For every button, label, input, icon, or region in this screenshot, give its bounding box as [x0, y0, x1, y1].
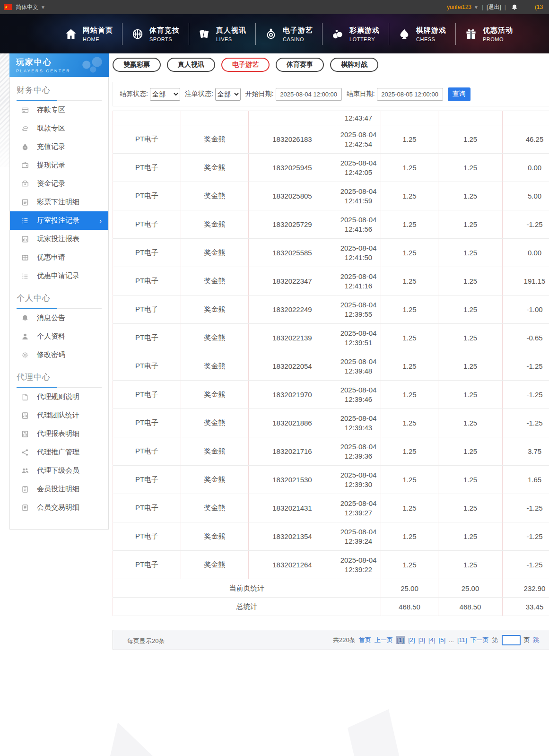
settle-status-select[interactable]: 全部: [150, 88, 180, 101]
sidebar-item[interactable]: 存款专区: [17, 101, 102, 119]
sidebar-item[interactable]: 提现记录: [17, 156, 102, 174]
cell-time: 12:39:46: [336, 395, 381, 404]
sidebar-item[interactable]: 代理下级会员: [17, 461, 102, 480]
logout-button[interactable]: [退出]: [487, 3, 501, 11]
per-page-label: 每页显示20条: [127, 637, 165, 645]
doc-list-icon: [21, 504, 29, 512]
nav-item-labels: 优惠活动PROMO: [483, 26, 513, 42]
cell-bet-amount: 1.25: [381, 210, 438, 239]
cell-game-name: 奖金熊: [181, 210, 249, 239]
sidebar-item[interactable]: 消息公告: [17, 309, 102, 327]
cell-game-type: PT电子: [113, 267, 181, 295]
sidebar-item-label: 充值记录: [37, 142, 65, 151]
end-date-input[interactable]: [377, 88, 443, 101]
nav-item-casino[interactable]: 电子游艺CASINO: [256, 26, 322, 42]
nav-item-labels: 真人视讯LIVES: [216, 26, 246, 42]
nav-item-promo[interactable]: 优惠活动PROMO: [456, 26, 522, 42]
username-menu[interactable]: yunfei123: [447, 4, 471, 10]
cell-valid-bet: 1.25: [438, 125, 503, 154]
cell-datetime: 2025-08-0412:39:24: [336, 522, 381, 551]
nav-item-lottery[interactable]: 彩票游戏LOTTERY: [322, 26, 389, 42]
page-link[interactable]: [4]: [428, 636, 435, 643]
total-count-label: 共220条: [333, 636, 356, 644]
sidebar-item-label: 会员投注明细: [37, 485, 79, 494]
promo-ticket-icon: [21, 253, 29, 261]
nav-item-lives[interactable]: 真人视讯LIVES: [189, 26, 255, 42]
cell-bet-amount: 1.25: [381, 437, 438, 466]
sidebar-section: 代理中心代理规则说明代理团队统计代理报表明细代理推广管理代理下级会员会员投注明细…: [10, 372, 108, 517]
sidebar-item[interactable]: 会员交易明细: [17, 498, 102, 517]
sidebar-item[interactable]: 充值记录: [17, 138, 102, 156]
cell-game-name: 奖金熊: [181, 551, 249, 579]
cell-win-loss: -1.25: [503, 551, 549, 579]
notification-bell-icon[interactable]: [511, 4, 518, 11]
sidebar-item[interactable]: 代理报表明细: [17, 425, 102, 443]
nav-item-home[interactable]: 网站首页HOME: [56, 26, 122, 42]
category-tabs: 雙赢彩票真人视讯电子游艺体育赛事棋牌对战: [113, 58, 549, 72]
sidebar-item[interactable]: 代理规则说明: [17, 388, 102, 406]
tab-真人视讯[interactable]: 真人视讯: [167, 58, 215, 72]
sidebar-item[interactable]: 玩家投注报表: [17, 230, 102, 248]
jump-button[interactable]: 跳: [533, 636, 540, 644]
sidebar-item[interactable]: 厅室投注记录›: [10, 211, 108, 230]
tab-雙赢彩票[interactable]: 雙赢彩票: [113, 58, 161, 72]
sidebar-item[interactable]: 取款专区: [17, 119, 102, 138]
cell-game-type: PT电子: [113, 125, 181, 154]
cell-order-no: 1832021886: [249, 409, 336, 437]
order-status-select[interactable]: 全部: [215, 88, 241, 101]
cell-game-type: PT电子: [113, 437, 181, 466]
search-button[interactable]: 查询: [448, 87, 471, 101]
sidebar-item[interactable]: 彩票下注明细: [17, 193, 102, 211]
sidebar-item[interactable]: 修改密码: [17, 346, 102, 364]
page-link[interactable]: [2]: [408, 636, 415, 643]
table-row: PT电子奖金熊18320222492025-08-0412:39:551.251…: [113, 295, 549, 324]
chevron-right-icon: ›: [99, 217, 102, 225]
sidebar-item-label: 优惠申请记录: [37, 271, 79, 280]
table-row: PT电子奖金熊18320217162025-08-0412:39:361.251…: [113, 437, 549, 466]
summary-valid: 25.00: [438, 579, 503, 598]
cell-datetime: 2025-08-0412:42:05: [336, 154, 381, 182]
nav-item-sports[interactable]: 体育竞技SPORTS: [122, 26, 189, 42]
separator: |: [482, 4, 483, 10]
gear-icon: [21, 351, 29, 359]
sidebar-item[interactable]: 代理推广管理: [17, 443, 102, 461]
jump-prefix-label: 第: [492, 636, 498, 644]
jump-page-input[interactable]: [502, 635, 521, 645]
first-page-link[interactable]: 首页: [359, 636, 371, 644]
sidebar-item[interactable]: 优惠申请: [17, 248, 102, 267]
cell-win-loss: 0.00: [503, 239, 549, 267]
nav-item-label-en: CHESS: [416, 36, 446, 42]
tab-电子游艺[interactable]: 电子游艺: [221, 58, 270, 72]
cell-game-type: PT电子: [113, 210, 181, 239]
sidebar-item[interactable]: 资金记录: [17, 174, 102, 193]
nav-item-labels: 网站首页HOME: [83, 26, 113, 42]
cell-bet-amount: 1.25: [381, 239, 438, 267]
sidebar-item[interactable]: 优惠申请记录: [17, 267, 102, 285]
page-link[interactable]: [3]: [418, 636, 425, 643]
nav-item-chess[interactable]: 棋牌游戏CHESS: [389, 26, 455, 42]
start-date-input[interactable]: [276, 88, 342, 101]
sidebar-section-title: 财务中心: [17, 85, 102, 96]
cell-game-type: PT电子: [113, 239, 181, 267]
page-link[interactable]: [5]: [439, 636, 445, 643]
tab-棋牌对战[interactable]: 棋牌对战: [330, 58, 378, 72]
cell-time: 12:42:54: [336, 139, 381, 149]
cell-valid-bet: 1.25: [438, 154, 503, 182]
cell-valid-bet: 1.25: [438, 381, 503, 409]
chart-doc-icon: [21, 430, 29, 438]
cell-date: 2025-08-04: [336, 215, 381, 225]
page-link[interactable]: [11]: [457, 636, 467, 643]
cell-valid-bet: 1.25: [438, 352, 503, 381]
language-selector[interactable]: 简体中文: [16, 3, 38, 11]
cell-time: 12:39:48: [336, 366, 381, 376]
nav-item-labels: 棋牌游戏CHESS: [416, 26, 446, 42]
current-page-link[interactable]: [1]: [396, 636, 405, 644]
next-page-link[interactable]: 下一页: [471, 636, 489, 644]
prev-page-link[interactable]: 上一页: [375, 636, 393, 644]
tab-体育赛事[interactable]: 体育赛事: [276, 58, 324, 72]
sidebar-item[interactable]: 个人资料: [17, 327, 102, 346]
sidebar-item[interactable]: 会员投注明细: [17, 480, 102, 498]
sidebar-item-label: 存款专区: [37, 105, 65, 114]
sidebar-item[interactable]: 代理团队统计: [17, 406, 102, 425]
page-summary-row: 当前页统计25.0025.00232.90: [113, 579, 549, 598]
